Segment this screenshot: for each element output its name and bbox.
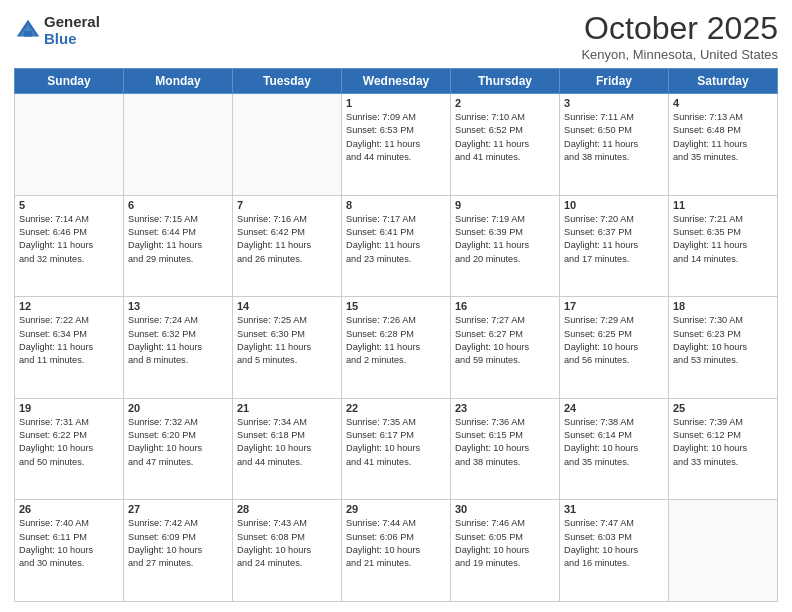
- day-info: Sunrise: 7:32 AM Sunset: 6:20 PM Dayligh…: [128, 416, 228, 469]
- day-info: Sunrise: 7:11 AM Sunset: 6:50 PM Dayligh…: [564, 111, 664, 164]
- day-number: 3: [564, 97, 664, 109]
- calendar-cell: 31Sunrise: 7:47 AM Sunset: 6:03 PM Dayli…: [560, 500, 669, 602]
- month-title: October 2025: [581, 10, 778, 47]
- day-info: Sunrise: 7:13 AM Sunset: 6:48 PM Dayligh…: [673, 111, 773, 164]
- day-number: 31: [564, 503, 664, 515]
- day-info: Sunrise: 7:34 AM Sunset: 6:18 PM Dayligh…: [237, 416, 337, 469]
- day-number: 16: [455, 300, 555, 312]
- day-number: 12: [19, 300, 119, 312]
- calendar-cell: 29Sunrise: 7:44 AM Sunset: 6:06 PM Dayli…: [342, 500, 451, 602]
- day-number: 13: [128, 300, 228, 312]
- day-info: Sunrise: 7:42 AM Sunset: 6:09 PM Dayligh…: [128, 517, 228, 570]
- header-tuesday: Tuesday: [233, 69, 342, 94]
- calendar-cell: 17Sunrise: 7:29 AM Sunset: 6:25 PM Dayli…: [560, 297, 669, 399]
- header-monday: Monday: [124, 69, 233, 94]
- day-info: Sunrise: 7:14 AM Sunset: 6:46 PM Dayligh…: [19, 213, 119, 266]
- day-number: 18: [673, 300, 773, 312]
- calendar-week-3: 12Sunrise: 7:22 AM Sunset: 6:34 PM Dayli…: [15, 297, 778, 399]
- calendar-cell: 1Sunrise: 7:09 AM Sunset: 6:53 PM Daylig…: [342, 94, 451, 196]
- calendar-cell: 4Sunrise: 7:13 AM Sunset: 6:48 PM Daylig…: [669, 94, 778, 196]
- logo-icon: [14, 17, 42, 45]
- page: General Blue October 2025 Kenyon, Minnes…: [0, 0, 792, 612]
- day-number: 11: [673, 199, 773, 211]
- day-info: Sunrise: 7:26 AM Sunset: 6:28 PM Dayligh…: [346, 314, 446, 367]
- calendar-cell: 5Sunrise: 7:14 AM Sunset: 6:46 PM Daylig…: [15, 195, 124, 297]
- day-info: Sunrise: 7:35 AM Sunset: 6:17 PM Dayligh…: [346, 416, 446, 469]
- svg-rect-2: [24, 31, 32, 37]
- calendar-week-2: 5Sunrise: 7:14 AM Sunset: 6:46 PM Daylig…: [15, 195, 778, 297]
- calendar-cell: 27Sunrise: 7:42 AM Sunset: 6:09 PM Dayli…: [124, 500, 233, 602]
- calendar-cell: 20Sunrise: 7:32 AM Sunset: 6:20 PM Dayli…: [124, 398, 233, 500]
- day-info: Sunrise: 7:38 AM Sunset: 6:14 PM Dayligh…: [564, 416, 664, 469]
- day-info: Sunrise: 7:22 AM Sunset: 6:34 PM Dayligh…: [19, 314, 119, 367]
- day-info: Sunrise: 7:39 AM Sunset: 6:12 PM Dayligh…: [673, 416, 773, 469]
- calendar-cell: 22Sunrise: 7:35 AM Sunset: 6:17 PM Dayli…: [342, 398, 451, 500]
- day-number: 28: [237, 503, 337, 515]
- day-info: Sunrise: 7:27 AM Sunset: 6:27 PM Dayligh…: [455, 314, 555, 367]
- day-info: Sunrise: 7:47 AM Sunset: 6:03 PM Dayligh…: [564, 517, 664, 570]
- calendar-week-4: 19Sunrise: 7:31 AM Sunset: 6:22 PM Dayli…: [15, 398, 778, 500]
- weekday-header-row: Sunday Monday Tuesday Wednesday Thursday…: [15, 69, 778, 94]
- calendar-cell: 23Sunrise: 7:36 AM Sunset: 6:15 PM Dayli…: [451, 398, 560, 500]
- day-info: Sunrise: 7:31 AM Sunset: 6:22 PM Dayligh…: [19, 416, 119, 469]
- day-info: Sunrise: 7:16 AM Sunset: 6:42 PM Dayligh…: [237, 213, 337, 266]
- day-number: 14: [237, 300, 337, 312]
- header-wednesday: Wednesday: [342, 69, 451, 94]
- calendar-cell: 21Sunrise: 7:34 AM Sunset: 6:18 PM Dayli…: [233, 398, 342, 500]
- day-info: Sunrise: 7:44 AM Sunset: 6:06 PM Dayligh…: [346, 517, 446, 570]
- calendar-cell: 19Sunrise: 7:31 AM Sunset: 6:22 PM Dayli…: [15, 398, 124, 500]
- day-number: 15: [346, 300, 446, 312]
- calendar-cell: 11Sunrise: 7:21 AM Sunset: 6:35 PM Dayli…: [669, 195, 778, 297]
- day-number: 1: [346, 97, 446, 109]
- calendar-week-1: 1Sunrise: 7:09 AM Sunset: 6:53 PM Daylig…: [15, 94, 778, 196]
- day-info: Sunrise: 7:10 AM Sunset: 6:52 PM Dayligh…: [455, 111, 555, 164]
- calendar-cell: [124, 94, 233, 196]
- day-info: Sunrise: 7:09 AM Sunset: 6:53 PM Dayligh…: [346, 111, 446, 164]
- day-info: Sunrise: 7:25 AM Sunset: 6:30 PM Dayligh…: [237, 314, 337, 367]
- day-info: Sunrise: 7:40 AM Sunset: 6:11 PM Dayligh…: [19, 517, 119, 570]
- calendar-cell: [15, 94, 124, 196]
- day-number: 30: [455, 503, 555, 515]
- calendar-cell: 14Sunrise: 7:25 AM Sunset: 6:30 PM Dayli…: [233, 297, 342, 399]
- location-text: Kenyon, Minnesota, United States: [581, 47, 778, 62]
- day-number: 2: [455, 97, 555, 109]
- calendar-cell: 10Sunrise: 7:20 AM Sunset: 6:37 PM Dayli…: [560, 195, 669, 297]
- calendar-cell: 25Sunrise: 7:39 AM Sunset: 6:12 PM Dayli…: [669, 398, 778, 500]
- day-number: 21: [237, 402, 337, 414]
- day-number: 8: [346, 199, 446, 211]
- day-number: 26: [19, 503, 119, 515]
- day-info: Sunrise: 7:19 AM Sunset: 6:39 PM Dayligh…: [455, 213, 555, 266]
- day-number: 9: [455, 199, 555, 211]
- calendar-cell: [233, 94, 342, 196]
- calendar-cell: 2Sunrise: 7:10 AM Sunset: 6:52 PM Daylig…: [451, 94, 560, 196]
- calendar-cell: 15Sunrise: 7:26 AM Sunset: 6:28 PM Dayli…: [342, 297, 451, 399]
- day-info: Sunrise: 7:21 AM Sunset: 6:35 PM Dayligh…: [673, 213, 773, 266]
- logo-text: General Blue: [44, 14, 100, 47]
- day-number: 10: [564, 199, 664, 211]
- day-info: Sunrise: 7:20 AM Sunset: 6:37 PM Dayligh…: [564, 213, 664, 266]
- calendar-week-5: 26Sunrise: 7:40 AM Sunset: 6:11 PM Dayli…: [15, 500, 778, 602]
- day-number: 7: [237, 199, 337, 211]
- calendar-cell: 7Sunrise: 7:16 AM Sunset: 6:42 PM Daylig…: [233, 195, 342, 297]
- title-section: October 2025 Kenyon, Minnesota, United S…: [581, 10, 778, 62]
- calendar-table: Sunday Monday Tuesday Wednesday Thursday…: [14, 68, 778, 602]
- day-number: 25: [673, 402, 773, 414]
- calendar-cell: 3Sunrise: 7:11 AM Sunset: 6:50 PM Daylig…: [560, 94, 669, 196]
- day-number: 27: [128, 503, 228, 515]
- day-info: Sunrise: 7:15 AM Sunset: 6:44 PM Dayligh…: [128, 213, 228, 266]
- calendar-cell: 9Sunrise: 7:19 AM Sunset: 6:39 PM Daylig…: [451, 195, 560, 297]
- day-number: 5: [19, 199, 119, 211]
- logo: General Blue: [14, 14, 100, 47]
- header: General Blue October 2025 Kenyon, Minnes…: [14, 10, 778, 62]
- calendar-cell: 16Sunrise: 7:27 AM Sunset: 6:27 PM Dayli…: [451, 297, 560, 399]
- day-info: Sunrise: 7:43 AM Sunset: 6:08 PM Dayligh…: [237, 517, 337, 570]
- calendar-cell: 12Sunrise: 7:22 AM Sunset: 6:34 PM Dayli…: [15, 297, 124, 399]
- header-friday: Friday: [560, 69, 669, 94]
- calendar-cell: 6Sunrise: 7:15 AM Sunset: 6:44 PM Daylig…: [124, 195, 233, 297]
- day-info: Sunrise: 7:17 AM Sunset: 6:41 PM Dayligh…: [346, 213, 446, 266]
- day-info: Sunrise: 7:36 AM Sunset: 6:15 PM Dayligh…: [455, 416, 555, 469]
- day-number: 4: [673, 97, 773, 109]
- day-number: 17: [564, 300, 664, 312]
- day-number: 29: [346, 503, 446, 515]
- calendar-cell: [669, 500, 778, 602]
